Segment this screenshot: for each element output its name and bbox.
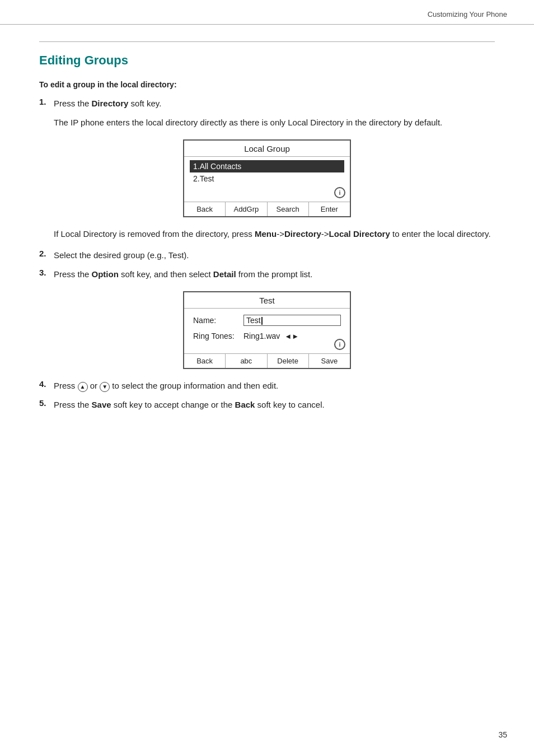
section-title: Editing Groups [39, 53, 495, 68]
softkey-delete[interactable]: Delete [268, 354, 309, 368]
phone-screen-2: Test Name: Test Ring Tones: Ring1.wav ◄►… [183, 291, 351, 369]
menu-key: Menu [255, 229, 277, 239]
name-value: Test [243, 315, 341, 326]
screen2-title: Test [184, 292, 350, 309]
name-label: Name: [193, 316, 243, 325]
softkey-save[interactable]: Save [309, 354, 350, 368]
content-area: Editing Groups To edit a group in the lo… [0, 25, 534, 440]
screen2-softkeys: Back abc Delete Save [184, 353, 350, 368]
screen1-item-2: 2.Test [190, 172, 344, 185]
softkey-back-2[interactable]: Back [184, 354, 226, 368]
step-3-content: Press the Option soft key, and then sele… [54, 268, 495, 281]
screen2-ringtone-row: Ring Tones: Ring1.wav ◄► [190, 329, 344, 343]
directory-key: Directory [92, 99, 129, 108]
step-4: 4. Press ▲ or ▼ to select the group info… [39, 379, 495, 393]
step-5-content: Press the Save soft key to accept change… [54, 398, 495, 412]
phone-screen-1: Local Group 1.All Contacts 2.Test i Back… [183, 139, 351, 217]
option-key: Option [92, 269, 119, 279]
softkey-search[interactable]: Search [268, 202, 309, 216]
ringtone-value: Ring1.wav ◄► [243, 332, 341, 340]
screen1-title: Local Group [184, 141, 350, 157]
step-2-num: 2. [39, 249, 54, 258]
step-5: 5. Press the Save soft key to accept cha… [39, 398, 495, 412]
step-5-num: 5. [39, 398, 54, 408]
up-arrow-btn: ▲ [78, 382, 88, 392]
detail-key: Detail [213, 269, 236, 279]
softkey-enter-1[interactable]: Enter [309, 202, 350, 216]
info-icon-1: i [334, 187, 345, 198]
step-3-num: 3. [39, 268, 54, 277]
header-title: Customizing Your Phone [428, 10, 507, 18]
text-cursor [261, 317, 263, 325]
left-right-arrows: ◄► [284, 332, 299, 340]
softkey-addgrp[interactable]: AddGrp [226, 202, 267, 216]
sub-heading: To edit a group in the local directory: [39, 80, 495, 89]
step-1-num: 1. [39, 97, 54, 106]
page-number: 35 [498, 730, 507, 739]
between-text: If Local Directory is removed from the d… [54, 227, 495, 241]
step-1-content: Press the Directory soft key. [54, 97, 495, 110]
screen2-name-row: Name: Test [190, 312, 344, 329]
step-4-content: Press ▲ or ▼ to select the group informa… [54, 379, 495, 393]
screen1-softkeys: Back AddGrp Search Enter [184, 202, 350, 216]
step-3: 3. Press the Option soft key, and then s… [39, 268, 495, 281]
step-1: 1. Press the Directory soft key. [39, 97, 495, 110]
ringtone-label: Ring Tones: [193, 332, 243, 340]
screen1-item-1: 1.All Contacts [190, 160, 344, 172]
local-dir-key: Local Directory [329, 229, 390, 239]
softkey-back-1[interactable]: Back [184, 202, 226, 216]
step-1-note: The IP phone enters the local directory … [54, 116, 495, 129]
page-header: Customizing Your Phone [0, 0, 534, 25]
screen2-body: Name: Test Ring Tones: Ring1.wav ◄► i [184, 309, 350, 353]
directory-key-2: Directory [284, 229, 321, 239]
info-icon-2: i [334, 339, 345, 350]
step-2: 2. Select the desired group (e.g., Test)… [39, 249, 495, 262]
screen1-body: 1.All Contacts 2.Test i [184, 157, 350, 202]
step-4-num: 4. [39, 379, 54, 389]
back-key: Back [235, 400, 255, 409]
softkey-abc[interactable]: abc [226, 354, 267, 368]
save-key: Save [92, 400, 111, 409]
down-arrow-btn: ▼ [100, 382, 110, 392]
section-divider [39, 41, 495, 42]
step-2-content: Select the desired group (e.g., Test). [54, 249, 495, 262]
